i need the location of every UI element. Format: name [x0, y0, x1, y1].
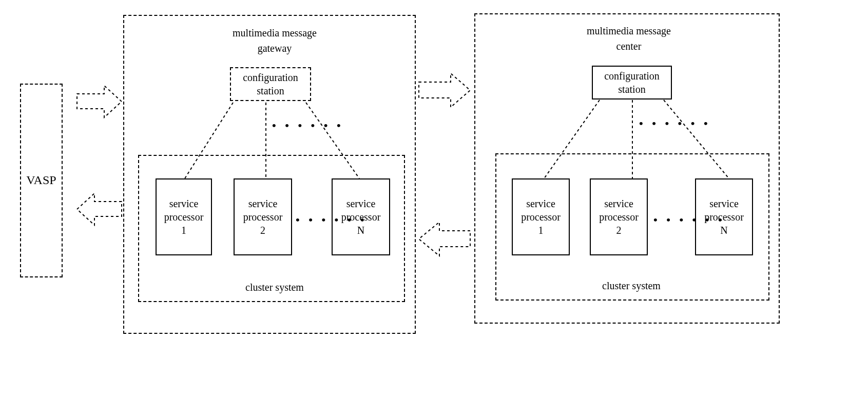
center-proc1: service processor 1 — [512, 178, 570, 255]
gateway-title-2: gateway — [221, 42, 329, 54]
gateway-proc2: service processor 2 — [234, 178, 292, 255]
diagram-canvas: VASP multimedia message gateway configur… — [0, 0, 868, 400]
center-title-1: multimedia message — [575, 25, 683, 37]
gateway-procN-label: service processor N — [341, 197, 381, 237]
center-proc2: service processor 2 — [590, 178, 648, 255]
gateway-title-1: multimedia message — [221, 27, 329, 39]
center-procN: service processor N — [695, 178, 753, 255]
arrow-gateway-to-vasp — [77, 193, 122, 225]
gateway-cluster-label: cluster system — [234, 281, 316, 293]
center-cluster-label: cluster system — [590, 279, 672, 292]
gateway-proc1-label: service processor 1 — [164, 197, 204, 237]
center-procN-label: service processor N — [704, 197, 744, 237]
gateway-config-dots: • • • • • • — [272, 119, 344, 132]
gateway-config-l2: station — [257, 84, 284, 97]
center-config-l2: station — [618, 83, 645, 96]
center-config-dots: • • • • • • — [639, 117, 711, 130]
center-config-l1: configuration — [604, 69, 660, 83]
gateway-proc1: service processor 1 — [156, 178, 212, 255]
gateway-config-box: configuration station — [230, 67, 311, 101]
arrow-gateway-to-center — [419, 73, 470, 107]
gateway-proc2-label: service processor 2 — [243, 197, 283, 237]
arrow-vasp-to-gateway — [77, 86, 122, 117]
vasp-label: VASP — [26, 172, 56, 188]
center-proc2-label: service processor 2 — [599, 197, 639, 237]
center-proc1-label: service processor 1 — [521, 197, 561, 237]
center-title-2: center — [575, 40, 683, 52]
gateway-procN: service processor N — [332, 178, 390, 255]
arrow-center-to-gateway — [419, 222, 470, 256]
center-config-box: configuration station — [592, 66, 672, 99]
gateway-config-l1: configuration — [243, 71, 298, 84]
vasp-box: VASP — [20, 84, 63, 277]
